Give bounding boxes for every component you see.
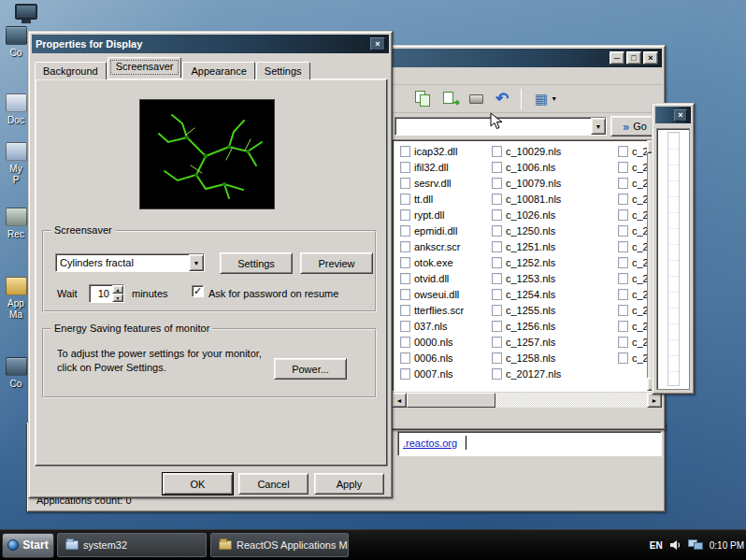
menu-bar[interactable] xyxy=(392,67,662,85)
move-to-button[interactable]: ➜ xyxy=(437,87,463,111)
side-window-list xyxy=(656,128,690,390)
file-item[interactable]: tt.dll xyxy=(400,191,503,207)
file-icon xyxy=(492,257,502,268)
close-icon[interactable]: × xyxy=(674,109,687,122)
close-icon[interactable]: × xyxy=(370,37,385,50)
tab-background[interactable]: Background xyxy=(35,62,107,79)
undo-icon: ↶ xyxy=(495,91,509,107)
spin-up-icon[interactable]: ▲ xyxy=(112,285,123,294)
toolbar-separator xyxy=(521,89,522,109)
file-item[interactable]: c_1026.nls xyxy=(492,207,595,223)
file-item[interactable]: 0007.nls xyxy=(400,366,503,381)
desktop-icon-4[interactable]: Rec xyxy=(0,208,32,240)
desktop-icon-label: Co xyxy=(0,48,32,59)
print-button[interactable] xyxy=(463,87,489,111)
scroll-right-icon[interactable]: ► xyxy=(647,393,662,408)
cancel-button[interactable]: Cancel xyxy=(238,473,308,495)
volume-icon[interactable] xyxy=(669,539,681,551)
url-link[interactable]: .reactos.org xyxy=(403,438,457,449)
dropdown-icon[interactable]: ▼ xyxy=(591,118,606,135)
language-indicator[interactable]: EN xyxy=(650,540,663,551)
horizontal-scrollbar[interactable]: ◄ ► xyxy=(392,393,662,408)
undo-button[interactable]: ↶ xyxy=(489,87,515,111)
file-item[interactable]: c_1250.nls xyxy=(492,223,595,238)
ok-button[interactable]: OK xyxy=(163,473,233,495)
file-item[interactable]: c_1257.nls xyxy=(492,334,595,350)
file-item[interactable]: epmidi.dll xyxy=(400,223,503,238)
tab-appearance[interactable]: Appearance xyxy=(182,62,254,79)
file-item[interactable]: 0006.nls xyxy=(400,350,503,366)
desktop-icon-3[interactable]: My P xyxy=(0,142,32,186)
file-item[interactable]: c_1006.nls xyxy=(492,159,595,175)
clock[interactable]: 0:10 PM xyxy=(710,540,744,551)
file-item[interactable]: ankscr.scr xyxy=(400,238,503,254)
file-item[interactable]: otok.exe xyxy=(400,254,503,270)
minimize-icon[interactable]: ─ xyxy=(610,51,624,65)
file-item[interactable]: c_1254.nls xyxy=(492,286,595,302)
screensaver-combo[interactable]: Cylinders fractal ▼ xyxy=(55,253,205,272)
wait-spinner[interactable]: 10 ▲ ▼ xyxy=(89,284,124,303)
file-item[interactable]: icap32.dll xyxy=(400,143,503,159)
file-item[interactable]: 037.nls xyxy=(400,318,503,334)
password-checkbox[interactable]: ✓ xyxy=(192,285,204,297)
address-input[interactable] xyxy=(395,118,591,135)
taskbar-task-system32[interactable]: system32 xyxy=(57,533,207,557)
desktop-icon-6[interactable]: Co xyxy=(0,357,32,390)
copy-to-button[interactable] xyxy=(410,87,437,111)
file-item[interactable]: owseui.dll xyxy=(400,286,503,302)
file-item[interactable]: c_20127.nls xyxy=(492,366,595,381)
file-name: epmidi.dll xyxy=(414,225,457,237)
tab-settings[interactable]: Settings xyxy=(256,62,310,79)
views-button[interactable]: ▦ ▼ xyxy=(527,87,565,111)
power-button[interactable]: Power... xyxy=(274,358,347,380)
dialog-titlebar[interactable]: Properties for Display × xyxy=(32,35,389,53)
preview-button[interactable]: Preview xyxy=(300,252,373,274)
file-icon xyxy=(618,321,628,332)
file-item[interactable]: c_1252.nls xyxy=(492,254,595,270)
task-label: system32 xyxy=(83,539,127,551)
desktop-icon-5[interactable]: App Ma xyxy=(0,277,32,321)
file-item[interactable]: tterflies.scr xyxy=(400,302,503,318)
file-item[interactable]: 0000.nls xyxy=(400,334,503,350)
file-icon xyxy=(400,273,410,284)
url-field[interactable]: .reactos.org xyxy=(397,431,662,456)
file-item[interactable]: otvid.dll xyxy=(400,270,503,286)
file-item[interactable]: c_1253.nls xyxy=(492,270,595,286)
taskbar-task-appmanager[interactable]: ReactOS Applications Ma... xyxy=(210,533,349,557)
side-window-titlebar[interactable]: × xyxy=(655,107,691,123)
file-item[interactable]: c_1251.nls xyxy=(492,238,595,254)
settings-button[interactable]: Settings xyxy=(220,252,293,274)
file-icon xyxy=(400,337,410,348)
scrollbar-thumb[interactable] xyxy=(407,393,495,408)
tab-strip: Background Screensaver Appearance Settin… xyxy=(35,61,311,79)
dropdown-icon[interactable]: ▼ xyxy=(189,254,204,271)
file-item[interactable]: c_1256.nls xyxy=(492,318,595,334)
explorer-titlebar[interactable]: ─ □ × xyxy=(392,49,662,67)
network-icon[interactable] xyxy=(688,539,703,551)
file-icon xyxy=(492,352,502,364)
file-item[interactable]: sesrv.dll xyxy=(400,175,503,191)
file-icon xyxy=(618,178,628,189)
desktop-icon-computer[interactable] xyxy=(15,4,37,23)
start-button[interactable]: Start xyxy=(2,533,54,558)
desktop-icon-label: Rec xyxy=(0,229,32,240)
file-item[interactable]: c_10079.nls xyxy=(492,175,595,191)
close-icon[interactable]: × xyxy=(643,51,658,65)
desktop-icon-2[interactable]: Doc xyxy=(0,93,32,126)
spin-down-icon[interactable]: ▼ xyxy=(112,294,123,302)
scroll-left-icon[interactable]: ◄ xyxy=(392,393,407,408)
file-item[interactable]: c_10029.nls xyxy=(492,143,595,159)
command-icon xyxy=(6,357,27,376)
file-item[interactable]: c_1258.nls xyxy=(492,350,595,366)
address-combo[interactable]: ▼ xyxy=(395,117,607,136)
file-item[interactable]: c_10081.nls xyxy=(492,191,595,207)
file-item[interactable]: rypt.dll xyxy=(400,207,503,223)
apply-button[interactable]: Apply xyxy=(314,473,384,495)
maximize-icon[interactable]: □ xyxy=(626,51,641,65)
energy-group: Energy Saving features of monitor To adj… xyxy=(42,328,377,398)
tab-screensaver[interactable]: Screensaver xyxy=(108,57,182,78)
file-item[interactable]: c_1255.nls xyxy=(492,302,595,318)
desktop-icon-1[interactable]: Co xyxy=(0,26,32,59)
file-item[interactable]: ifil32.dll xyxy=(400,159,503,175)
file-icon xyxy=(400,368,410,380)
